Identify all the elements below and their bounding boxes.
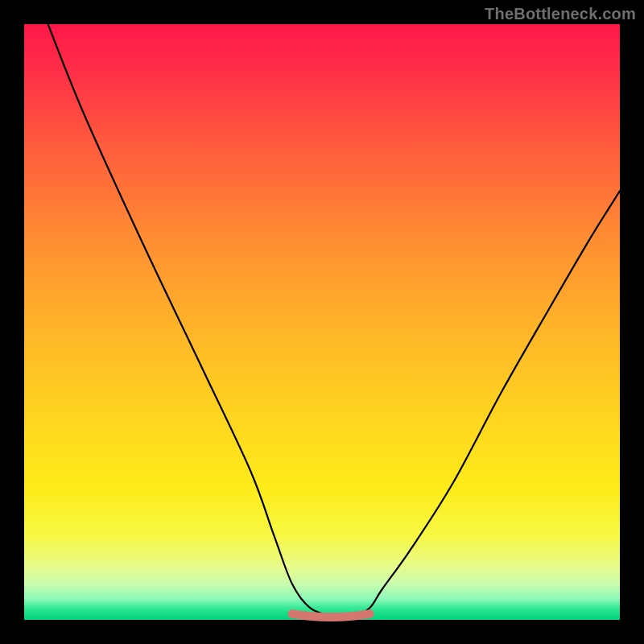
trough-marker bbox=[292, 614, 369, 617]
chart-frame: TheBottleneck.com bbox=[0, 0, 644, 644]
bottleneck-curve bbox=[48, 24, 620, 618]
curve-svg bbox=[24, 24, 620, 620]
watermark: TheBottleneck.com bbox=[485, 5, 636, 23]
plot-area bbox=[24, 24, 620, 620]
